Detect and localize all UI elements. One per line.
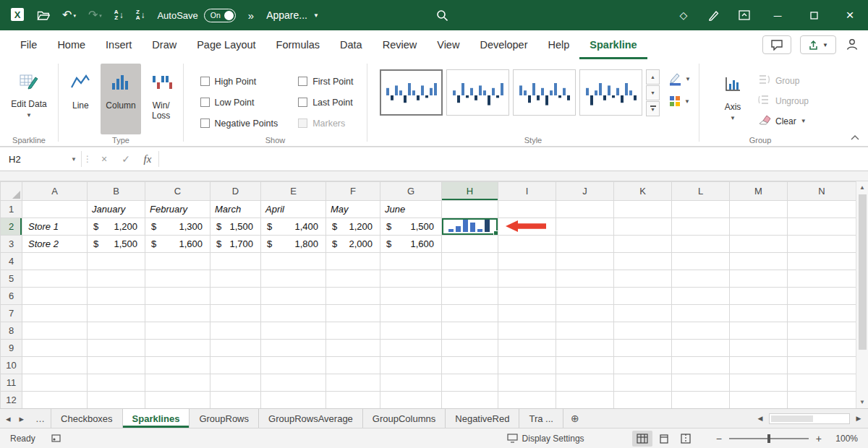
type-button-line[interactable]: Line [62, 64, 98, 134]
cell-e12[interactable] [261, 392, 326, 409]
cell-n5[interactable] [788, 270, 856, 288]
cell-j10[interactable] [556, 357, 614, 374]
cell-g5[interactable] [380, 270, 442, 288]
zoom-slider[interactable] [729, 438, 809, 439]
cell-g8[interactable] [380, 322, 442, 340]
sheet-tab-negativered[interactable]: NegativeRed [446, 409, 519, 428]
cell-c11[interactable] [145, 374, 210, 392]
column-header-h[interactable]: H [442, 182, 498, 201]
cell-d9[interactable] [210, 340, 261, 357]
cell-a11[interactable] [22, 374, 88, 392]
zoom-out-button[interactable]: − [716, 433, 722, 444]
cell-f3[interactable]: $2,000 [326, 236, 380, 253]
cell-k6[interactable] [614, 288, 672, 305]
autosave-toggle[interactable]: AutoSave On [157, 9, 235, 22]
style-gallery-item-1[interactable] [380, 69, 443, 116]
cell-d6[interactable] [210, 288, 261, 305]
row-header-2[interactable]: 2 [1, 218, 22, 236]
cell-c2[interactable]: $1,300 [145, 218, 210, 236]
close-button[interactable]: × [832, 0, 868, 30]
sort-ascending-button[interactable]: AZ↓ [114, 9, 124, 21]
cell-f4[interactable] [326, 253, 380, 270]
row-header-9[interactable]: 9 [1, 340, 22, 357]
cell-i8[interactable] [498, 322, 556, 340]
column-header-e[interactable]: E [261, 182, 326, 201]
cell-g7[interactable] [380, 305, 442, 322]
checkbox-high-point[interactable]: High Point [200, 71, 278, 92]
cell-l10[interactable] [672, 357, 730, 374]
cell-e10[interactable] [261, 357, 326, 374]
cell-m4[interactable] [730, 253, 788, 270]
cell-c8[interactable] [145, 322, 210, 340]
cell-b12[interactable] [88, 392, 145, 409]
cell-j3[interactable] [556, 236, 614, 253]
checkbox-last-point[interactable]: Last Point [298, 92, 353, 113]
new-sheet-button[interactable]: ⊕ [563, 409, 587, 428]
ribbon-tab-formulas[interactable]: Formulas [266, 30, 330, 59]
cell-n6[interactable] [788, 288, 856, 305]
marker-color-button[interactable]: ▼ [668, 95, 691, 108]
column-header-i[interactable]: I [498, 182, 556, 201]
cell-f1[interactable]: May [326, 201, 380, 218]
horizontal-scrollbar[interactable] [769, 413, 850, 424]
type-button-win-loss[interactable]: Win/ Loss [143, 64, 179, 134]
cell-h7[interactable] [442, 305, 498, 322]
sheet-overflow-button[interactable]: … [30, 409, 51, 428]
cell-d3[interactable]: $1,700 [210, 236, 261, 253]
select-all-button[interactable] [1, 182, 22, 201]
cell-h1[interactable] [442, 201, 498, 218]
cell-h6[interactable] [442, 288, 498, 305]
name-box[interactable]: H2▼ [0, 147, 81, 171]
ribbon-tab-review[interactable]: Review [373, 30, 427, 59]
cell-b5[interactable] [88, 270, 145, 288]
cell-j11[interactable] [556, 374, 614, 392]
cell-j6[interactable] [556, 288, 614, 305]
cell-j12[interactable] [556, 392, 614, 409]
cell-d8[interactable] [210, 322, 261, 340]
column-header-j[interactable]: J [556, 182, 614, 201]
column-header-c[interactable]: C [145, 182, 210, 201]
cell-c12[interactable] [145, 392, 210, 409]
cell-k7[interactable] [614, 305, 672, 322]
cell-e11[interactable] [261, 374, 326, 392]
cell-b1[interactable]: January [88, 201, 145, 218]
cell-f2[interactable]: $1,200 [326, 218, 380, 236]
cell-n4[interactable] [788, 253, 856, 270]
cell-g11[interactable] [380, 374, 442, 392]
cell-a9[interactable] [22, 340, 88, 357]
cell-b10[interactable] [88, 357, 145, 374]
cell-c9[interactable] [145, 340, 210, 357]
cell-n2[interactable] [788, 218, 856, 236]
sheet-tab-sparklines[interactable]: Sparklines [123, 409, 190, 428]
hscroll-left-arrow[interactable]: ◀ [754, 412, 767, 425]
zoom-in-button[interactable]: + [816, 433, 822, 444]
cell-g6[interactable] [380, 288, 442, 305]
cell-e9[interactable] [261, 340, 326, 357]
cell-a7[interactable] [22, 305, 88, 322]
minimize-button[interactable]: ─ [760, 0, 796, 30]
cell-d7[interactable] [210, 305, 261, 322]
share-button[interactable]: ▼ [800, 35, 836, 54]
row-header-1[interactable]: 1 [1, 201, 22, 218]
ribbon-tab-page-layout[interactable]: Page Layout [187, 30, 265, 59]
cell-b4[interactable] [88, 253, 145, 270]
cell-a5[interactable] [22, 270, 88, 288]
cell-f8[interactable] [326, 322, 380, 340]
ribbon-tab-file[interactable]: File [10, 30, 47, 59]
cell-i3[interactable] [498, 236, 556, 253]
diamond-icon[interactable]: ◇ [668, 0, 699, 30]
cell-k11[interactable] [614, 374, 672, 392]
cell-h11[interactable] [442, 374, 498, 392]
ribbon-tab-developer[interactable]: Developer [469, 30, 537, 59]
ribbon-tab-view[interactable]: View [427, 30, 469, 59]
row-header-8[interactable]: 8 [1, 322, 22, 340]
cell-k9[interactable] [614, 340, 672, 357]
cell-m7[interactable] [730, 305, 788, 322]
cell-m1[interactable] [730, 201, 788, 218]
cell-e3[interactable]: $1,800 [261, 236, 326, 253]
cell-l5[interactable] [672, 270, 730, 288]
cell-e6[interactable] [261, 288, 326, 305]
checkbox-negative-points[interactable]: Negative Points [200, 113, 278, 134]
cell-l4[interactable] [672, 253, 730, 270]
vertical-scroll-thumb[interactable] [859, 194, 867, 350]
